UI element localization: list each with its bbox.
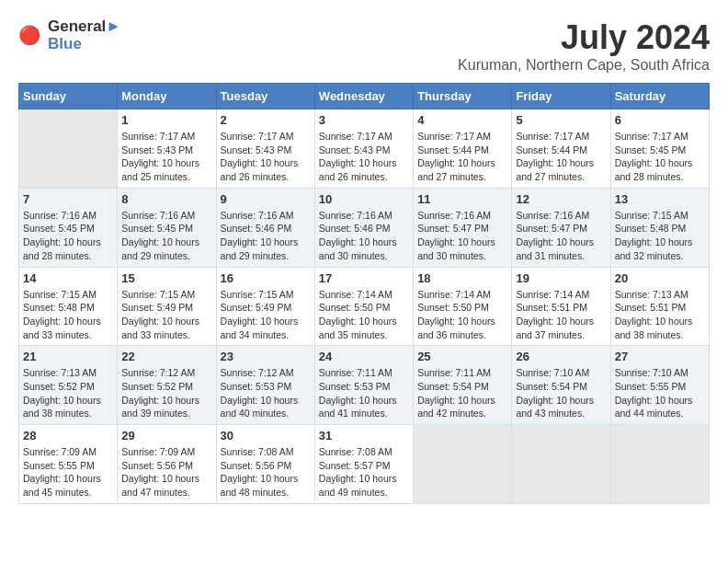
day-number: 9 xyxy=(221,192,311,206)
calendar-cell: 27Sunrise: 7:10 AM Sunset: 5:55 PM Dayli… xyxy=(610,346,709,425)
calendar-cell: 25Sunrise: 7:11 AM Sunset: 5:54 PM Dayli… xyxy=(414,346,512,425)
calendar-cell: 7Sunrise: 7:16 AM Sunset: 5:45 PM Daylig… xyxy=(19,188,118,267)
day-number: 17 xyxy=(319,271,409,285)
day-info: Sunrise: 7:08 AM Sunset: 5:57 PM Dayligh… xyxy=(319,445,409,500)
calendar-cell: 2Sunrise: 7:17 AM Sunset: 5:43 PM Daylig… xyxy=(216,109,314,189)
col-saturday: Saturday xyxy=(610,84,709,109)
calendar-cell: 21Sunrise: 7:13 AM Sunset: 5:52 PM Dayli… xyxy=(19,346,118,425)
calendar-cell: 26Sunrise: 7:10 AM Sunset: 5:54 PM Dayli… xyxy=(512,346,610,425)
day-info: Sunrise: 7:17 AM Sunset: 5:44 PM Dayligh… xyxy=(417,130,507,184)
calendar-cell: 10Sunrise: 7:16 AM Sunset: 5:46 PM Dayli… xyxy=(314,188,413,267)
day-number: 10 xyxy=(319,192,409,206)
calendar-cell: 22Sunrise: 7:12 AM Sunset: 5:52 PM Dayli… xyxy=(118,346,216,425)
day-number: 30 xyxy=(221,429,311,442)
calendar-table: Sunday Monday Tuesday Wednesday Thursday… xyxy=(18,83,710,504)
day-number: 12 xyxy=(516,192,606,206)
empty-cell xyxy=(610,425,709,504)
day-info: Sunrise: 7:15 AM Sunset: 5:48 PM Dayligh… xyxy=(23,288,113,342)
day-number: 4 xyxy=(417,113,507,127)
day-number: 7 xyxy=(23,192,113,206)
day-info: Sunrise: 7:16 AM Sunset: 5:46 PM Dayligh… xyxy=(221,209,311,263)
day-number: 5 xyxy=(516,113,606,127)
day-info: Sunrise: 7:11 AM Sunset: 5:53 PM Dayligh… xyxy=(319,366,409,420)
empty-cell xyxy=(512,425,610,504)
day-info: Sunrise: 7:13 AM Sunset: 5:52 PM Dayligh… xyxy=(23,366,113,420)
calendar-cell: 30Sunrise: 7:08 AM Sunset: 5:56 PM Dayli… xyxy=(216,425,314,504)
day-info: Sunrise: 7:09 AM Sunset: 5:56 PM Dayligh… xyxy=(121,445,211,500)
day-info: Sunrise: 7:10 AM Sunset: 5:55 PM Dayligh… xyxy=(615,366,705,420)
svg-text:🔴: 🔴 xyxy=(18,23,41,45)
day-info: Sunrise: 7:17 AM Sunset: 5:43 PM Dayligh… xyxy=(121,130,211,184)
calendar-cell: 4Sunrise: 7:17 AM Sunset: 5:44 PM Daylig… xyxy=(414,109,512,189)
logo: 🔴 General► Blue xyxy=(18,18,121,52)
day-info: Sunrise: 7:08 AM Sunset: 5:56 PM Dayligh… xyxy=(221,445,311,500)
day-info: Sunrise: 7:09 AM Sunset: 5:55 PM Dayligh… xyxy=(23,445,113,500)
day-info: Sunrise: 7:13 AM Sunset: 5:51 PM Dayligh… xyxy=(615,288,705,342)
day-number: 1 xyxy=(121,113,211,127)
logo-blue: Blue xyxy=(48,36,121,53)
week-row-5: 28Sunrise: 7:09 AM Sunset: 5:55 PM Dayli… xyxy=(19,425,710,504)
month-title: July 2024 xyxy=(458,18,710,57)
calendar-cell: 14Sunrise: 7:15 AM Sunset: 5:48 PM Dayli… xyxy=(19,267,118,346)
day-number: 28 xyxy=(23,429,113,442)
calendar-cell: 19Sunrise: 7:14 AM Sunset: 5:51 PM Dayli… xyxy=(512,267,610,346)
day-info: Sunrise: 7:14 AM Sunset: 5:50 PM Dayligh… xyxy=(417,288,507,342)
col-wednesday: Wednesday xyxy=(314,84,413,109)
day-number: 14 xyxy=(23,271,113,285)
calendar-cell: 3Sunrise: 7:17 AM Sunset: 5:43 PM Daylig… xyxy=(314,109,413,189)
day-info: Sunrise: 7:12 AM Sunset: 5:52 PM Dayligh… xyxy=(121,366,211,420)
day-info: Sunrise: 7:16 AM Sunset: 5:47 PM Dayligh… xyxy=(516,209,606,263)
day-number: 24 xyxy=(319,350,409,363)
calendar-cell: 18Sunrise: 7:14 AM Sunset: 5:50 PM Dayli… xyxy=(414,267,512,346)
day-info: Sunrise: 7:15 AM Sunset: 5:49 PM Dayligh… xyxy=(121,288,211,342)
empty-cell xyxy=(414,425,512,504)
calendar-cell: 12Sunrise: 7:16 AM Sunset: 5:47 PM Dayli… xyxy=(512,188,610,267)
calendar-cell: 16Sunrise: 7:15 AM Sunset: 5:49 PM Dayli… xyxy=(216,267,314,346)
calendar-cell: 5Sunrise: 7:17 AM Sunset: 5:44 PM Daylig… xyxy=(512,109,610,189)
day-info: Sunrise: 7:15 AM Sunset: 5:49 PM Dayligh… xyxy=(221,288,311,342)
logo-general: General xyxy=(48,17,106,35)
week-row-1: 1Sunrise: 7:17 AM Sunset: 5:43 PM Daylig… xyxy=(19,109,710,189)
day-number: 19 xyxy=(516,271,606,285)
day-info: Sunrise: 7:17 AM Sunset: 5:43 PM Dayligh… xyxy=(221,130,311,184)
calendar-cell: 24Sunrise: 7:11 AM Sunset: 5:53 PM Dayli… xyxy=(314,346,413,425)
day-number: 23 xyxy=(221,350,311,363)
day-number: 3 xyxy=(319,113,409,127)
logo-bird-icon: 🔴 xyxy=(18,23,44,49)
location: Kuruman, Northern Cape, South Africa xyxy=(458,57,710,74)
calendar-cell: 17Sunrise: 7:14 AM Sunset: 5:50 PM Dayli… xyxy=(314,267,413,346)
day-info: Sunrise: 7:15 AM Sunset: 5:48 PM Dayligh… xyxy=(615,209,705,263)
day-info: Sunrise: 7:17 AM Sunset: 5:43 PM Dayligh… xyxy=(319,130,409,184)
calendar-cell: 13Sunrise: 7:15 AM Sunset: 5:48 PM Dayli… xyxy=(610,188,709,267)
calendar-cell: 23Sunrise: 7:12 AM Sunset: 5:53 PM Dayli… xyxy=(216,346,314,425)
col-friday: Friday xyxy=(512,84,610,109)
day-number: 13 xyxy=(615,192,705,206)
day-number: 2 xyxy=(221,113,311,127)
day-info: Sunrise: 7:14 AM Sunset: 5:51 PM Dayligh… xyxy=(516,288,606,342)
calendar-cell: 1Sunrise: 7:17 AM Sunset: 5:43 PM Daylig… xyxy=(118,109,216,189)
calendar-cell: 9Sunrise: 7:16 AM Sunset: 5:46 PM Daylig… xyxy=(216,188,314,267)
day-number: 11 xyxy=(417,192,507,206)
week-row-3: 14Sunrise: 7:15 AM Sunset: 5:48 PM Dayli… xyxy=(19,267,710,346)
col-tuesday: Tuesday xyxy=(216,84,314,109)
page-header: 🔴 General► Blue July 2024 Kuruman, North… xyxy=(18,18,710,74)
col-thursday: Thursday xyxy=(414,84,512,109)
calendar-cell: 15Sunrise: 7:15 AM Sunset: 5:49 PM Dayli… xyxy=(118,267,216,346)
day-number: 25 xyxy=(417,350,507,363)
empty-cell xyxy=(19,109,118,189)
col-sunday: Sunday xyxy=(19,84,118,109)
day-info: Sunrise: 7:16 AM Sunset: 5:45 PM Dayligh… xyxy=(23,209,113,263)
calendar-cell: 6Sunrise: 7:17 AM Sunset: 5:45 PM Daylig… xyxy=(610,109,709,189)
calendar-cell: 11Sunrise: 7:16 AM Sunset: 5:47 PM Dayli… xyxy=(414,188,512,267)
day-info: Sunrise: 7:16 AM Sunset: 5:45 PM Dayligh… xyxy=(121,209,211,263)
day-number: 8 xyxy=(121,192,211,206)
day-number: 20 xyxy=(615,271,705,285)
day-info: Sunrise: 7:17 AM Sunset: 5:44 PM Dayligh… xyxy=(516,130,606,184)
calendar-cell: 20Sunrise: 7:13 AM Sunset: 5:51 PM Dayli… xyxy=(610,267,709,346)
day-info: Sunrise: 7:10 AM Sunset: 5:54 PM Dayligh… xyxy=(516,366,606,420)
calendar-cell: 28Sunrise: 7:09 AM Sunset: 5:55 PM Dayli… xyxy=(19,425,118,504)
day-number: 16 xyxy=(221,271,311,285)
day-number: 26 xyxy=(516,350,606,363)
day-number: 18 xyxy=(417,271,507,285)
col-monday: Monday xyxy=(118,84,216,109)
